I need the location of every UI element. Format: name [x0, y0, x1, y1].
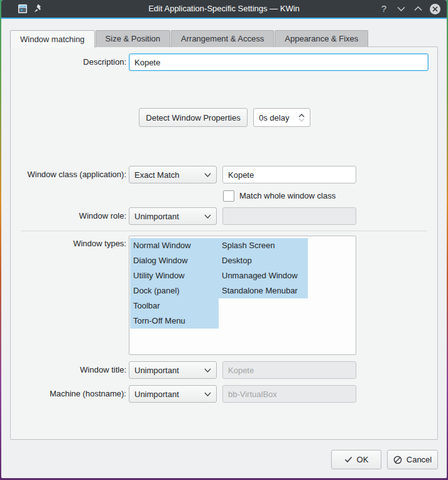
- list-item[interactable]: Unmanaged Window: [219, 268, 308, 283]
- list-item[interactable]: Utility Window: [130, 268, 219, 283]
- list-item[interactable]: Splash Screen: [219, 238, 308, 253]
- cancel-button[interactable]: Cancel: [387, 450, 438, 469]
- tab-window-matching[interactable]: Window matching: [10, 30, 95, 48]
- list-item[interactable]: Standalone Menubar: [219, 283, 308, 298]
- spin-up-icon: [298, 114, 305, 117]
- window-title-match-combo[interactable]: Unimportant: [129, 361, 217, 379]
- list-item[interactable]: Torn-Off Menu: [130, 314, 219, 329]
- tab-size-position[interactable]: Size & Position: [96, 30, 170, 47]
- list-item[interactable]: Dock (panel): [130, 283, 219, 298]
- window-matching-panel: Description: Detect Window Properties 0s…: [10, 46, 438, 440]
- machine-hostname-label: Machine (hostname):: [11, 385, 126, 403]
- list-item[interactable]: Normal Window: [130, 238, 219, 253]
- chevron-down-icon: [204, 214, 211, 219]
- tab-arrangement-access[interactable]: Arrangement & Access: [171, 30, 274, 47]
- detect-window-properties-button[interactable]: Detect Window Properties: [139, 108, 248, 127]
- window-types-label: Window types:: [11, 236, 126, 251]
- window-role-match-combo[interactable]: Unimportant: [129, 207, 217, 225]
- window-types-list[interactable]: Normal Window Dialog Window Utility Wind…: [129, 236, 356, 355]
- tab-appearance-fixes[interactable]: Appearance & Fixes: [275, 30, 368, 47]
- list-item[interactable]: Desktop: [219, 253, 308, 268]
- help-button[interactable]: ?: [378, 3, 390, 15]
- window-class-label: Window class (application):: [11, 166, 126, 183]
- match-whole-window-class-label: Match whole window class: [239, 190, 336, 202]
- list-item[interactable]: Toolbar: [130, 298, 219, 314]
- window-title-input: [222, 361, 356, 379]
- delay-value: 0s delay: [259, 113, 289, 123]
- check-icon: [344, 456, 352, 463]
- maximize-icon[interactable]: [412, 3, 424, 15]
- window-class-input[interactable]: [222, 166, 356, 183]
- delay-spinbox[interactable]: 0s delay: [253, 108, 310, 127]
- machine-hostname-input: [222, 385, 356, 403]
- ok-button[interactable]: OK: [331, 450, 381, 469]
- window-role-input: [222, 207, 356, 225]
- cancel-icon: [393, 455, 402, 464]
- minimize-icon[interactable]: [395, 3, 407, 15]
- tab-bar: Window matching Size & Position Arrangem…: [10, 30, 369, 47]
- match-whole-window-class-checkbox[interactable]: [223, 190, 234, 202]
- spin-arrows[interactable]: [298, 114, 305, 122]
- spin-down-icon: [298, 118, 305, 122]
- window-class-match-combo[interactable]: Exact Match: [129, 166, 217, 183]
- machine-match-combo[interactable]: Unimportant: [129, 385, 217, 403]
- description-label: Description:: [11, 53, 126, 71]
- kwin-settings-dialog: Edit Application-Specific Settings — KWi…: [1, 0, 447, 478]
- close-button[interactable]: [429, 3, 441, 15]
- window-role-label: Window role:: [11, 207, 126, 225]
- titlebar[interactable]: Edit Application-Specific Settings — KWi…: [1, 0, 447, 19]
- window-title-label: Window title:: [11, 361, 126, 379]
- description-input[interactable]: [129, 53, 429, 71]
- chevron-down-icon: [204, 368, 211, 373]
- chevron-down-icon: [204, 173, 211, 177]
- separator: [21, 231, 427, 231]
- list-item[interactable]: Dialog Window: [130, 253, 219, 268]
- chevron-down-icon: [204, 392, 211, 396]
